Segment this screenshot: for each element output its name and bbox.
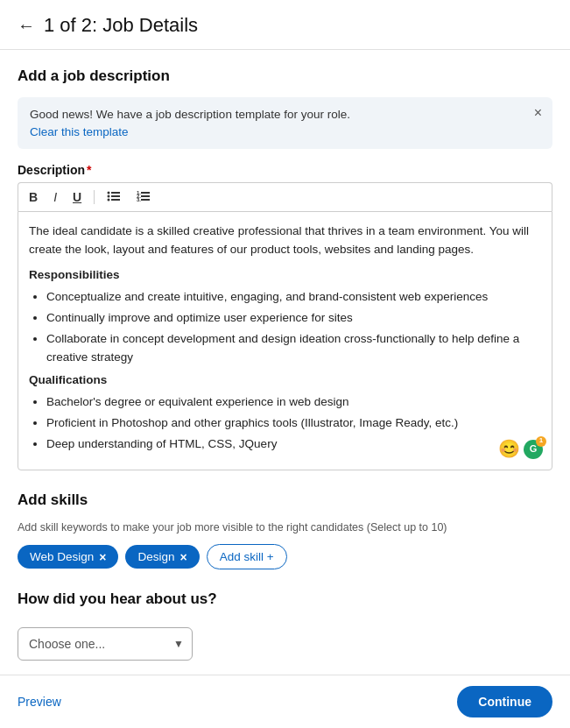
add-skill-button[interactable]: Add skill + [207, 544, 287, 569]
bold-button[interactable]: B [25, 189, 41, 205]
qualifications-list: Bachelor's degree or equivalent experien… [29, 393, 541, 454]
hear-heading: How did you hear about us? [18, 590, 552, 608]
list-item: Collaborate in concept development and d… [46, 330, 541, 367]
svg-point-2 [108, 195, 110, 198]
hear-select-wrapper: Choose one... Search engine Social media… [18, 627, 193, 661]
skill-tag-remove[interactable]: × [180, 551, 187, 563]
page-header: ← 1 of 2: Job Details [0, 0, 570, 50]
hear-about-section: How did you hear about us? Choose one...… [18, 590, 552, 661]
svg-rect-5 [111, 199, 120, 201]
grammarly-badge: 1 [536, 436, 546, 447]
skill-tag-label: Web Design [30, 550, 94, 563]
skills-heading: Add skills [18, 491, 552, 509]
svg-rect-1 [111, 192, 120, 194]
skills-tags-container: Web Design × Design × Add skill + [18, 544, 552, 569]
responsibilities-list: Conceptualize and create intuitive, enga… [29, 288, 541, 367]
skills-subtitle: Add skill keywords to make your job more… [18, 521, 552, 534]
main-content: Add a job description Good news! We have… [0, 50, 570, 728]
skill-tag-design[interactable]: Design × [125, 545, 199, 569]
qualifications-heading: Qualifications [29, 371, 541, 390]
list-item: Continually improve and optimize user ex… [46, 309, 541, 328]
continue-button[interactable]: Continue [457, 686, 552, 717]
italic-button[interactable]: I [50, 189, 60, 205]
back-button[interactable]: ← [18, 16, 35, 36]
list-item: Deep understanding of HTML, CSS, JQuery [46, 435, 541, 454]
list-item: Conceptualize and create intuitive, enga… [46, 288, 541, 307]
skill-tag-remove[interactable]: × [99, 551, 106, 563]
skill-tag-web-design[interactable]: Web Design × [18, 545, 118, 569]
underline-button[interactable]: U [69, 189, 85, 205]
svg-rect-11 [141, 199, 150, 201]
emoji-icon[interactable]: 😊 [498, 435, 520, 463]
responsibilities-heading: Responsibilities [29, 266, 541, 285]
editor-toolbar: B I U 1. 2. 3. [18, 182, 552, 211]
toolbar-divider [94, 190, 95, 204]
preview-button[interactable]: Preview [18, 695, 61, 709]
ordered-list-button[interactable]: 1. 2. 3. [133, 188, 154, 206]
skill-tag-label: Design [137, 550, 174, 563]
page-footer: Preview Continue [0, 675, 570, 728]
description-editor[interactable]: The ideal candidate is a skilled creativ… [18, 211, 552, 470]
add-description-heading: Add a job description [18, 67, 552, 85]
banner-close-icon[interactable]: × [534, 106, 542, 120]
required-indicator: * [87, 163, 91, 177]
svg-rect-3 [111, 195, 120, 197]
svg-point-0 [108, 192, 110, 194]
editor-icon-group: 😊 G 1 [498, 435, 543, 463]
page-title: 1 of 2: Job Details [44, 14, 198, 37]
banner-text: Good news! We have a job description tem… [30, 108, 521, 121]
description-label: Description* [18, 163, 552, 177]
svg-text:3.: 3. [137, 197, 141, 202]
description-field: Description* B I U 1. [18, 163, 552, 470]
grammarly-icon[interactable]: G 1 [524, 440, 543, 459]
clear-template-link[interactable]: Clear this template [30, 125, 129, 138]
hear-select[interactable]: Choose one... Search engine Social media… [18, 627, 193, 661]
description-intro: The ideal candidate is a skilled creativ… [29, 223, 541, 259]
list-item: Proficient in Photoshop and other graphi… [46, 414, 541, 433]
svg-point-4 [108, 199, 110, 201]
info-banner: Good news! We have a job description tem… [18, 97, 552, 149]
unordered-list-button[interactable] [103, 188, 124, 206]
skills-section: Add skills Add skill keywords to make yo… [18, 491, 552, 569]
svg-rect-9 [141, 195, 150, 197]
list-item: Bachelor's degree or equivalent experien… [46, 393, 541, 412]
svg-rect-7 [141, 192, 150, 194]
